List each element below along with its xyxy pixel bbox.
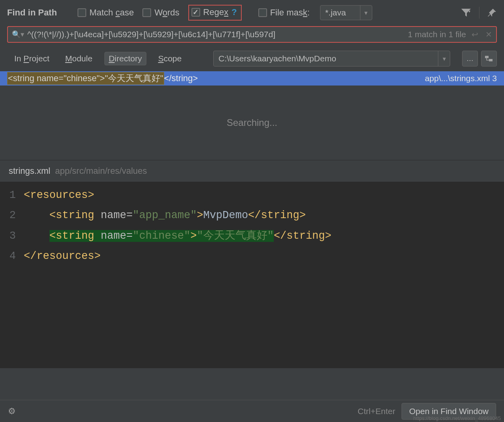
search-icon: 🔍▾ — [12, 30, 24, 39]
file-mask-checkbox[interactable] — [258, 8, 267, 17]
preview-section: strings.xml app/src/main/res/values 1 <r… — [0, 160, 504, 368]
shortcut-hint: Ctrl+Enter — [358, 407, 395, 416]
regex-option-highlighted: Regex ? — [188, 5, 242, 21]
svg-rect-1 — [485, 56, 489, 58]
file-mask-option[interactable]: File mask: — [258, 8, 310, 18]
match-case-option[interactable]: Match case — [78, 8, 134, 18]
scope-tab-directory[interactable]: Directory — [104, 52, 146, 65]
words-label: Words — [154, 8, 179, 18]
clear-search-icon[interactable]: ✕ — [485, 30, 492, 39]
regex-option[interactable]: Regex — [191, 7, 229, 17]
recursive-toggle-button[interactable] — [481, 51, 497, 67]
newline-toggle-icon[interactable]: ↩ — [472, 30, 478, 39]
match-count-label: 1 match in 1 file — [408, 30, 466, 39]
separator — [479, 7, 479, 19]
regex-checkbox[interactable] — [191, 8, 200, 17]
match-case-label: Match case — [89, 8, 134, 18]
watermark: https://blog.csdn.net/weixin_48968045 — [413, 415, 501, 421]
line-number: 1 — [0, 185, 24, 205]
code-line-4: </resources> — [24, 246, 504, 266]
result-highlight: <string name="chinese">"今天天气真好" — [7, 72, 164, 85]
searching-status: Searching... — [0, 86, 504, 160]
scope-tab-module[interactable]: Module — [61, 52, 97, 65]
browse-directory-button[interactable]: … — [462, 51, 478, 67]
match-case-checkbox[interactable] — [78, 8, 86, 17]
result-file-path: app\...\strings.xml 3 — [425, 74, 497, 83]
line-number: 4 — [0, 246, 24, 266]
directory-path-input[interactable]: C:\Users\kaaryachen\MvpDemo ▾ — [213, 51, 450, 67]
regex-help-icon[interactable]: ? — [231, 7, 237, 17]
gear-icon[interactable]: ⚙ — [8, 406, 16, 416]
file-mask-label: File mask: — [270, 8, 310, 18]
search-input-row: 🔍▾ ^((?!(\*|//)).)+[\u4eca]+[\u5929]+[\u… — [7, 26, 497, 43]
preview-filename: strings.xml — [9, 166, 50, 176]
directory-path-value[interactable]: C:\Users\kaaryachen\MvpDemo — [214, 54, 438, 63]
preview-filepath: app/src/main/res/values — [55, 166, 147, 176]
pin-icon[interactable] — [487, 8, 497, 17]
dialog-title: Find in Path — [7, 8, 57, 18]
code-preview[interactable]: 1 <resources> 2 <string name="app_name">… — [0, 182, 504, 368]
scope-tab-project[interactable]: In Project — [10, 52, 53, 65]
words-option[interactable]: Words — [142, 8, 179, 18]
top-options-bar: Find in Path Match case Words Regex ? Fi… — [0, 0, 504, 26]
directory-dropdown-icon[interactable]: ▾ — [438, 51, 450, 66]
file-mask-dropdown-icon[interactable]: ▾ — [360, 6, 372, 20]
toolbar-right-icons: ▾ — [461, 7, 497, 19]
filter-icon[interactable]: ▾ — [461, 8, 471, 17]
search-query-input[interactable]: ^((?!(\*|//)).)+[\u4eca]+[\u5929]+[\u592… — [27, 30, 405, 39]
scope-row: In Project Module Directory Scope C:\Use… — [0, 43, 504, 71]
result-text: <string name="chinese">"今天天气真好"</string> — [7, 72, 198, 85]
search-result-row[interactable]: <string name="chinese">"今天天气真好"</string>… — [0, 71, 504, 86]
scope-tab-scope[interactable]: Scope — [154, 52, 186, 65]
code-line-1: <resources> — [24, 185, 504, 205]
line-number: 3 — [0, 226, 24, 246]
svg-text:▾: ▾ — [468, 9, 470, 13]
preview-header: strings.xml app/src/main/res/values — [0, 160, 504, 182]
code-line-3: <string name="chinese">"今天天气真好"</string> — [24, 226, 504, 246]
words-checkbox[interactable] — [142, 8, 151, 17]
code-line-2: <string name="app_name">MvpDemo</string> — [24, 205, 504, 226]
file-mask-value[interactable]: *.java — [320, 8, 360, 17]
svg-rect-2 — [489, 59, 493, 61]
line-number: 2 — [0, 205, 24, 226]
regex-label: Regex — [203, 7, 229, 17]
file-mask-input[interactable]: *.java ▾ — [320, 5, 372, 20]
